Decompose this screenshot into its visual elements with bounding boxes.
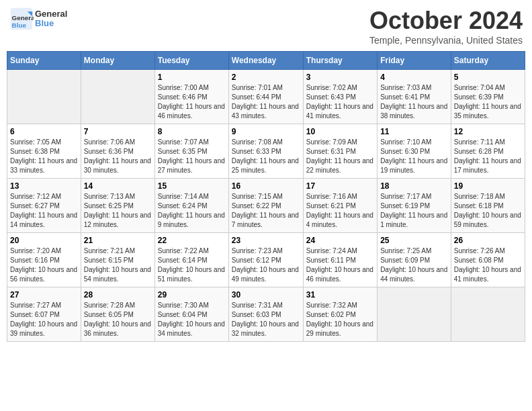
day-info: Sunrise: 7:11 AMSunset: 6:28 PMDaylight:… bbox=[454, 138, 522, 175]
day-cell: 9Sunrise: 7:08 AMSunset: 6:33 PMDaylight… bbox=[228, 124, 303, 179]
day-cell: 28Sunrise: 7:28 AMSunset: 6:05 PMDayligh… bbox=[81, 287, 154, 342]
day-info: Sunrise: 7:09 AMSunset: 6:31 PMDaylight:… bbox=[306, 138, 374, 175]
day-number: 5 bbox=[454, 73, 522, 82]
day-info: Sunrise: 7:10 AMSunset: 6:30 PMDaylight:… bbox=[380, 138, 448, 175]
week-row-3: 13Sunrise: 7:12 AMSunset: 6:27 PMDayligh… bbox=[7, 179, 525, 233]
day-number: 10 bbox=[306, 127, 374, 136]
logo: General Blue General Blue bbox=[9, 7, 67, 31]
day-cell: 3Sunrise: 7:02 AMSunset: 6:43 PMDaylight… bbox=[303, 70, 377, 124]
day-number: 13 bbox=[10, 181, 78, 191]
day-number: 9 bbox=[232, 127, 300, 136]
day-cell: 16Sunrise: 7:15 AMSunset: 6:22 PMDayligh… bbox=[228, 179, 303, 233]
day-number: 28 bbox=[84, 290, 152, 300]
day-info: Sunrise: 7:22 AMSunset: 6:14 PMDaylight:… bbox=[158, 246, 226, 284]
col-header-monday: Monday bbox=[81, 52, 154, 70]
day-info: Sunrise: 7:24 AMSunset: 6:11 PMDaylight:… bbox=[306, 246, 374, 284]
day-number: 8 bbox=[158, 127, 226, 136]
day-cell: 18Sunrise: 7:17 AMSunset: 6:19 PMDayligh… bbox=[378, 179, 451, 233]
day-cell: 13Sunrise: 7:12 AMSunset: 6:27 PMDayligh… bbox=[7, 179, 81, 233]
day-number: 31 bbox=[306, 290, 374, 300]
day-info: Sunrise: 7:26 AMSunset: 6:08 PMDaylight:… bbox=[454, 246, 522, 284]
day-number: 2 bbox=[232, 73, 300, 82]
day-number: 18 bbox=[380, 181, 448, 191]
day-cell: 10Sunrise: 7:09 AMSunset: 6:31 PMDayligh… bbox=[303, 124, 377, 179]
svg-text:Blue: Blue bbox=[12, 21, 27, 29]
day-cell: 24Sunrise: 7:24 AMSunset: 6:11 PMDayligh… bbox=[303, 233, 377, 287]
day-info: Sunrise: 7:20 AMSunset: 6:16 PMDaylight:… bbox=[10, 246, 78, 284]
day-number: 20 bbox=[10, 236, 78, 245]
logo-general: General bbox=[35, 9, 67, 19]
day-cell: 26Sunrise: 7:26 AMSunset: 6:08 PMDayligh… bbox=[451, 233, 525, 287]
day-cell: 31Sunrise: 7:32 AMSunset: 6:02 PMDayligh… bbox=[303, 287, 377, 342]
title-block: October 2024 Temple, Pennsylvania, Unite… bbox=[369, 7, 523, 46]
day-info: Sunrise: 7:06 AMSunset: 6:36 PMDaylight:… bbox=[84, 138, 152, 175]
day-info: Sunrise: 7:28 AMSunset: 6:05 PMDaylight:… bbox=[84, 301, 152, 338]
day-cell bbox=[81, 70, 154, 124]
day-cell: 14Sunrise: 7:13 AMSunset: 6:25 PMDayligh… bbox=[81, 179, 154, 233]
day-cell: 8Sunrise: 7:07 AMSunset: 6:35 PMDaylight… bbox=[154, 124, 228, 179]
day-number: 4 bbox=[380, 73, 448, 82]
day-cell bbox=[7, 70, 81, 124]
day-number: 14 bbox=[84, 181, 152, 191]
day-info: Sunrise: 7:00 AMSunset: 6:46 PMDaylight:… bbox=[158, 83, 226, 121]
day-cell bbox=[378, 287, 451, 342]
day-cell: 27Sunrise: 7:27 AMSunset: 6:07 PMDayligh… bbox=[7, 287, 81, 342]
day-info: Sunrise: 7:25 AMSunset: 6:09 PMDaylight:… bbox=[380, 246, 448, 284]
day-info: Sunrise: 7:12 AMSunset: 6:27 PMDaylight:… bbox=[10, 192, 78, 230]
day-info: Sunrise: 7:05 AMSunset: 6:38 PMDaylight:… bbox=[10, 138, 78, 175]
day-cell: 30Sunrise: 7:31 AMSunset: 6:03 PMDayligh… bbox=[228, 287, 303, 342]
col-header-friday: Friday bbox=[378, 52, 451, 70]
day-number: 3 bbox=[306, 73, 374, 82]
day-cell: 19Sunrise: 7:18 AMSunset: 6:18 PMDayligh… bbox=[451, 179, 525, 233]
day-cell: 20Sunrise: 7:20 AMSunset: 6:16 PMDayligh… bbox=[7, 233, 81, 287]
day-cell: 2Sunrise: 7:01 AMSunset: 6:44 PMDaylight… bbox=[228, 70, 303, 124]
day-number: 1 bbox=[158, 73, 226, 82]
day-number: 11 bbox=[380, 127, 448, 136]
col-header-thursday: Thursday bbox=[303, 52, 377, 70]
day-cell: 25Sunrise: 7:25 AMSunset: 6:09 PMDayligh… bbox=[378, 233, 451, 287]
day-cell: 4Sunrise: 7:03 AMSunset: 6:41 PMDaylight… bbox=[378, 70, 451, 124]
day-info: Sunrise: 7:08 AMSunset: 6:33 PMDaylight:… bbox=[232, 138, 300, 175]
day-info: Sunrise: 7:31 AMSunset: 6:03 PMDaylight:… bbox=[232, 301, 300, 338]
day-info: Sunrise: 7:27 AMSunset: 6:07 PMDaylight:… bbox=[10, 301, 78, 338]
day-cell: 1Sunrise: 7:00 AMSunset: 6:46 PMDaylight… bbox=[154, 70, 228, 124]
day-number: 6 bbox=[10, 127, 78, 136]
day-cell: 7Sunrise: 7:06 AMSunset: 6:36 PMDaylight… bbox=[81, 124, 154, 179]
day-number: 22 bbox=[158, 236, 226, 245]
calendar-table: SundayMondayTuesdayWednesdayThursdayFrid… bbox=[7, 51, 525, 342]
day-number: 24 bbox=[306, 236, 374, 245]
day-info: Sunrise: 7:15 AMSunset: 6:22 PMDaylight:… bbox=[232, 192, 300, 230]
day-cell: 29Sunrise: 7:30 AMSunset: 6:04 PMDayligh… bbox=[154, 287, 228, 342]
day-cell: 12Sunrise: 7:11 AMSunset: 6:28 PMDayligh… bbox=[451, 124, 525, 179]
week-row-4: 20Sunrise: 7:20 AMSunset: 6:16 PMDayligh… bbox=[7, 233, 525, 287]
day-number: 25 bbox=[380, 236, 448, 245]
day-number: 27 bbox=[10, 290, 78, 300]
day-cell: 17Sunrise: 7:16 AMSunset: 6:21 PMDayligh… bbox=[303, 179, 377, 233]
day-number: 29 bbox=[158, 290, 226, 300]
col-header-tuesday: Tuesday bbox=[154, 52, 228, 70]
day-cell: 21Sunrise: 7:21 AMSunset: 6:15 PMDayligh… bbox=[81, 233, 154, 287]
day-info: Sunrise: 7:32 AMSunset: 6:02 PMDaylight:… bbox=[306, 301, 374, 338]
day-number: 7 bbox=[84, 127, 152, 136]
day-info: Sunrise: 7:01 AMSunset: 6:44 PMDaylight:… bbox=[232, 83, 300, 121]
day-number: 21 bbox=[84, 236, 152, 245]
day-number: 17 bbox=[306, 181, 374, 191]
day-info: Sunrise: 7:02 AMSunset: 6:43 PMDaylight:… bbox=[306, 83, 374, 121]
day-cell: 15Sunrise: 7:14 AMSunset: 6:24 PMDayligh… bbox=[154, 179, 228, 233]
week-row-2: 6Sunrise: 7:05 AMSunset: 6:38 PMDaylight… bbox=[7, 124, 525, 179]
day-info: Sunrise: 7:13 AMSunset: 6:25 PMDaylight:… bbox=[84, 192, 152, 230]
day-info: Sunrise: 7:07 AMSunset: 6:35 PMDaylight:… bbox=[158, 138, 226, 175]
day-cell: 11Sunrise: 7:10 AMSunset: 6:30 PMDayligh… bbox=[378, 124, 451, 179]
header-row: SundayMondayTuesdayWednesdayThursdayFrid… bbox=[7, 52, 525, 70]
week-row-5: 27Sunrise: 7:27 AMSunset: 6:07 PMDayligh… bbox=[7, 287, 525, 342]
day-info: Sunrise: 7:23 AMSunset: 6:12 PMDaylight:… bbox=[232, 246, 300, 284]
day-info: Sunrise: 7:14 AMSunset: 6:24 PMDaylight:… bbox=[158, 192, 226, 230]
day-info: Sunrise: 7:04 AMSunset: 6:39 PMDaylight:… bbox=[454, 83, 522, 121]
day-cell: 23Sunrise: 7:23 AMSunset: 6:12 PMDayligh… bbox=[228, 233, 303, 287]
day-info: Sunrise: 7:03 AMSunset: 6:41 PMDaylight:… bbox=[380, 83, 448, 121]
day-info: Sunrise: 7:18 AMSunset: 6:18 PMDaylight:… bbox=[454, 192, 522, 230]
week-row-1: 1Sunrise: 7:00 AMSunset: 6:46 PMDaylight… bbox=[7, 70, 525, 124]
day-cell: 5Sunrise: 7:04 AMSunset: 6:39 PMDaylight… bbox=[451, 70, 525, 124]
day-number: 23 bbox=[232, 236, 300, 245]
logo-blue: Blue bbox=[35, 18, 54, 28]
